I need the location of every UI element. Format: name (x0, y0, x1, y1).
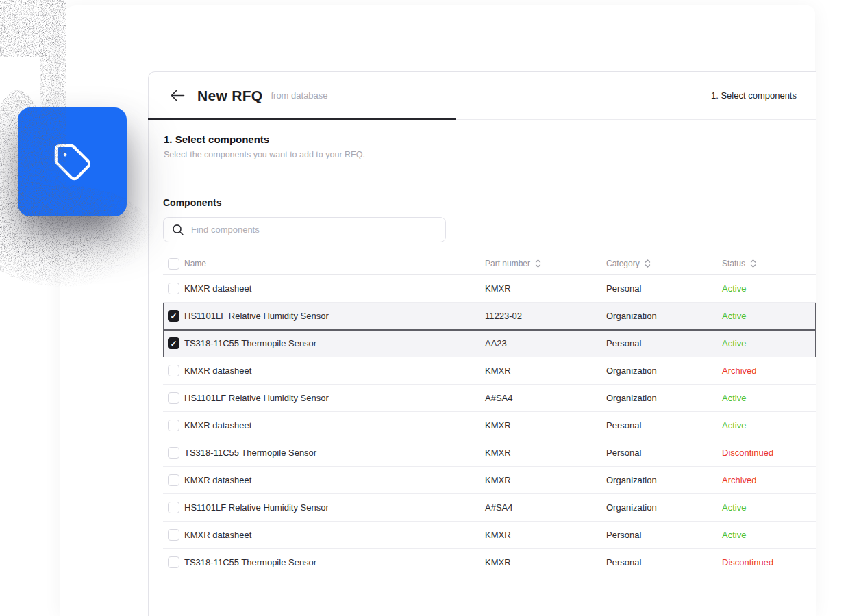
cell-status: Archived (722, 475, 816, 485)
cell-part-number: 11223-02 (485, 311, 606, 321)
select-all-checkbox[interactable] (168, 258, 179, 270)
table-row[interactable]: TS318-11C55 Thermopile Sensor KMXR Perso… (163, 549, 816, 576)
cell-part-number: KMXR (485, 283, 606, 294)
table-header: Name Part number Category (163, 253, 816, 275)
cell-name: TS318-11C55 Thermopile Sensor (184, 448, 485, 458)
row-checkbox[interactable] (168, 447, 179, 459)
row-checkbox[interactable] (168, 310, 179, 322)
cell-category: Personal (606, 530, 722, 540)
row-checkbox[interactable] (168, 556, 179, 568)
search-input[interactable] (191, 224, 437, 235)
cell-name: KMXR datasheet (184, 365, 485, 376)
cell-part-number: KMXR (485, 475, 606, 485)
cell-status: Active (722, 338, 816, 348)
cell-name: KMXR datasheet (184, 475, 485, 485)
table-row[interactable]: KMXR datasheet KMXR Personal Active (163, 522, 816, 549)
cell-name: HS1101LF Relative Humidity Sensor (184, 393, 485, 403)
cell-name: TS318-11C55 Thermopile Sensor (184, 338, 485, 348)
cell-status: Archived (722, 365, 816, 376)
table-row[interactable]: KMXR datasheet KMXR Personal Active (163, 412, 816, 439)
tag-badge (18, 107, 127, 216)
cell-category: Organization (606, 393, 722, 403)
cell-part-number: KMXR (485, 420, 606, 431)
row-checkbox[interactable] (168, 502, 179, 513)
back-button[interactable] (169, 88, 186, 104)
cell-status: Active (722, 420, 816, 431)
cell-part-number: KMXR (485, 530, 606, 540)
cell-status: Active (722, 530, 816, 540)
cell-category: Personal (606, 557, 722, 567)
page: New RFQ from database 1. Select componen… (0, 0, 848, 616)
row-checkbox[interactable] (168, 529, 179, 541)
components-table: Name Part number Category (163, 253, 816, 576)
sort-icon (750, 259, 756, 268)
table-row[interactable]: KMXR datasheet KMXR Organization Archive… (163, 357, 816, 385)
cell-status: Active (722, 502, 816, 513)
dialog-title: New RFQ (197, 88, 262, 104)
search-icon (172, 224, 184, 236)
new-rfq-dialog: New RFQ from database 1. Select componen… (148, 71, 816, 616)
cell-status: Active (722, 393, 816, 403)
cell-name: TS318-11C55 Thermopile Sensor (184, 557, 485, 567)
row-checkbox[interactable] (168, 474, 179, 486)
tag-icon (53, 142, 92, 182)
cell-status: Active (722, 283, 816, 294)
row-checkbox[interactable] (168, 337, 179, 349)
section-heading: 1. Select components (164, 133, 795, 145)
column-header-status[interactable]: Status (722, 259, 816, 268)
cell-name: KMXR datasheet (184, 283, 485, 294)
table-row[interactable]: HS1101LF Relative Humidity Sensor A#SA4 … (163, 385, 816, 412)
cell-category: Personal (606, 338, 722, 348)
arrow-left-icon (170, 90, 185, 101)
table-row[interactable]: HS1101LF Relative Humidity Sensor A#SA4 … (163, 494, 816, 522)
cell-status: Active (722, 311, 816, 321)
dialog-subtitle: from database (271, 90, 327, 101)
active-tab-underline (148, 118, 456, 120)
cell-category: Personal (606, 448, 722, 458)
cell-name: KMXR datasheet (184, 420, 485, 431)
cell-part-number: A#SA4 (485, 393, 606, 403)
column-header-part-number[interactable]: Part number (485, 259, 606, 268)
table-row[interactable]: KMXR datasheet KMXR Personal Active (163, 275, 816, 303)
cell-category: Organization (606, 311, 722, 321)
cell-name: HS1101LF Relative Humidity Sensor (184, 502, 485, 513)
components-area: Components Name Part number (149, 177, 816, 576)
components-label: Components (163, 197, 816, 208)
row-checkbox[interactable] (168, 420, 179, 431)
cell-part-number: KMXR (485, 448, 606, 458)
cell-part-number: A#SA4 (485, 502, 606, 513)
cell-category: Personal (606, 283, 722, 294)
dialog-header: New RFQ from database 1. Select componen… (149, 72, 816, 120)
cell-part-number: AA23 (485, 338, 606, 348)
sort-icon (535, 259, 541, 268)
column-header-name: Name (184, 259, 485, 268)
row-checkbox[interactable] (168, 365, 179, 376)
cell-category: Organization (606, 365, 722, 376)
table-body: KMXR datasheet KMXR Personal Active HS11… (163, 275, 816, 576)
table-row[interactable]: KMXR datasheet KMXR Organization Archive… (163, 467, 816, 494)
table-row[interactable]: TS318-11C55 Thermopile Sensor AA23 Perso… (163, 330, 816, 357)
sort-icon (645, 259, 651, 268)
cell-category: Organization (606, 475, 722, 485)
cell-category: Personal (606, 420, 722, 431)
table-row[interactable]: TS318-11C55 Thermopile Sensor KMXR Perso… (163, 439, 816, 467)
cell-status: Discontinued (722, 557, 816, 567)
cell-part-number: KMXR (485, 365, 606, 376)
cell-status: Discontinued (722, 448, 816, 458)
table-row[interactable]: HS1101LF Relative Humidity Sensor 11223-… (163, 303, 816, 330)
cell-name: HS1101LF Relative Humidity Sensor (184, 311, 485, 321)
cell-name: KMXR datasheet (184, 530, 485, 540)
cell-category: Organization (606, 502, 722, 513)
step-indicator: 1. Select components (711, 90, 797, 101)
row-checkbox[interactable] (168, 392, 179, 404)
step-section-header: 1. Select components Select the componen… (149, 120, 816, 177)
components-search[interactable] (163, 217, 446, 242)
row-checkbox[interactable] (168, 283, 179, 294)
column-header-category[interactable]: Category (606, 259, 722, 268)
cell-part-number: KMXR (485, 557, 606, 567)
section-description: Select the components you want to add to… (164, 150, 795, 159)
